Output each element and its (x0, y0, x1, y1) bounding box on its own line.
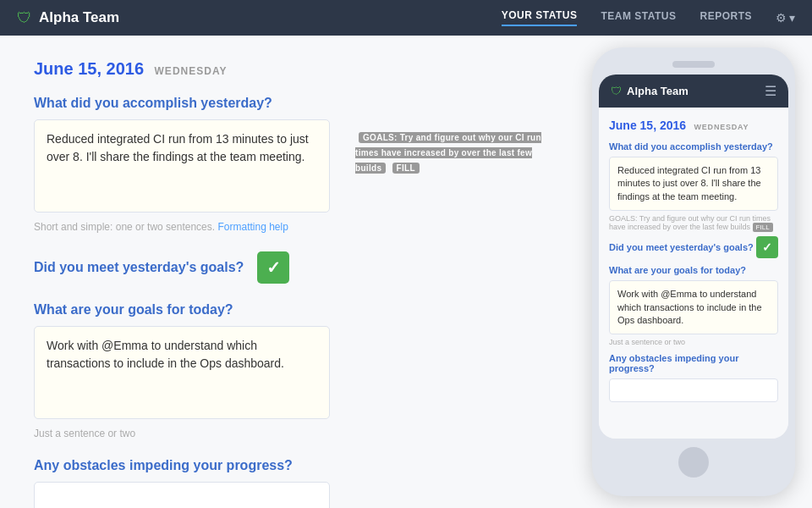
app-header: 🛡 Alpha Team YOUR STATUS TEAM STATUS REP… (0, 0, 812, 36)
question-4-row: Any obstacles impeding your progress? Le… (34, 458, 541, 508)
phone-checkmark-icon: ✓ (762, 240, 772, 254)
checkmark-icon: ✓ (266, 257, 281, 278)
phone-screen: 🛡 Alpha Team ☰ June 15, 2016 WEDNESDAY W… (599, 75, 788, 439)
q3-hint: Just a sentence or two (34, 428, 541, 439)
gear-icon: ⚙ (776, 11, 787, 25)
phone-date-line: June 15, 2016 WEDNESDAY (609, 118, 778, 133)
phone-q3-value: Work with @Emma to understand which tran… (609, 280, 778, 334)
question-2-row: Did you meet yesterday's goals? ✓ (34, 251, 541, 284)
q3-input[interactable] (34, 326, 330, 419)
nav-your-status[interactable]: YOUR STATUS (502, 9, 578, 26)
q4-input[interactable] (34, 482, 330, 508)
phone-hamburger-icon[interactable]: ☰ (765, 83, 776, 99)
phone-q1-value: Reduced integrated CI run from 13 minute… (609, 157, 778, 211)
goals-text: GOALS: Try and figure out why our CI run… (355, 132, 541, 173)
date-line: June 15, 2016 WEDNESDAY (34, 59, 541, 79)
q2-label: Did you meet yesterday's goals? (34, 260, 244, 275)
date-main: June 15, 2016 (34, 59, 144, 78)
phone-mockup-container: 🛡 Alpha Team ☰ June 15, 2016 WEDNESDAY W… (575, 36, 812, 508)
nav-team-status[interactable]: TEAM STATUS (601, 10, 676, 25)
phone-fill-badge: FILL (753, 223, 773, 232)
phone-bottom-bar (599, 439, 788, 483)
phone-app-title: Alpha Team (627, 85, 689, 97)
phone-header: 🛡 Alpha Team ☰ (599, 75, 788, 108)
phone-shield-icon: 🛡 (611, 85, 622, 97)
main-content: June 15, 2016 WEDNESDAY What did you acc… (0, 36, 812, 508)
phone-q2-label: Did you meet yesterday's goals? (609, 242, 754, 252)
goals-overlay: GOALS: Try and figure out why our CI run… (355, 129, 541, 174)
phone-camera (672, 61, 715, 68)
gear-caret-icon: ▾ (789, 11, 795, 25)
formatting-help-link[interactable]: Formatting help (217, 221, 288, 233)
form-area: June 15, 2016 WEDNESDAY What did you acc… (0, 36, 575, 508)
logo-area: 🛡 Alpha Team (17, 9, 119, 27)
phone-mockup: 🛡 Alpha Team ☰ June 15, 2016 WEDNESDAY W… (592, 47, 795, 496)
phone-home-button[interactable] (678, 447, 709, 478)
phone-date-day: WEDNESDAY (694, 123, 749, 131)
q4-label: Any obstacles impeding your progress? (34, 458, 541, 473)
met-goals-check-button[interactable]: ✓ (257, 251, 289, 284)
phone-body: June 15, 2016 WEDNESDAY What did you acc… (599, 108, 788, 439)
phone-q1-label: What did you accomplish yesterday? (609, 141, 778, 152)
phone-q2-row: Did you meet yesterday's goals? ✓ (609, 236, 778, 258)
gear-menu[interactable]: ⚙ ▾ (776, 11, 795, 25)
phone-date-main: June 15, 2016 (609, 119, 686, 132)
q3-label: What are your goals for today? (34, 302, 541, 318)
q1-input[interactable] (34, 119, 330, 213)
question-3-row: What are your goals for today? Just a se… (34, 302, 541, 439)
phone-goals-text: GOALS: Try and figure out why our CI run… (609, 214, 778, 231)
fill-badge: FILL (392, 163, 420, 174)
date-day: WEDNESDAY (155, 65, 228, 77)
phone-q4-label: Any obstacles impeding your progress? (609, 353, 778, 373)
phone-q4-value (609, 378, 778, 402)
shield-icon: 🛡 (17, 9, 32, 27)
q1-label: What did you accomplish yesterday? (34, 96, 541, 111)
phone-q3-label: What are your goals for today? (609, 265, 778, 275)
nav-bar: YOUR STATUS TEAM STATUS REPORTS ⚙ ▾ (502, 9, 795, 26)
nav-reports[interactable]: REPORTS (700, 10, 752, 25)
phone-logo-area: 🛡 Alpha Team (611, 85, 689, 97)
q1-hint: Short and simple: one or two sentences. … (34, 221, 541, 233)
phone-check-button[interactable]: ✓ (756, 236, 778, 258)
phone-top-bar (599, 61, 788, 68)
app-title: Alpha Team (39, 9, 119, 26)
phone-q3-hint: Just a sentence or two (609, 338, 778, 346)
form-panel: June 15, 2016 WEDNESDAY What did you acc… (0, 36, 575, 508)
